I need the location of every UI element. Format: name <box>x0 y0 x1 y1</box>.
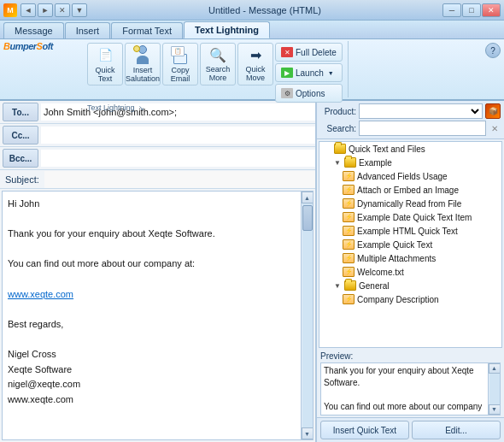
tab-message[interactable]: Message <box>3 22 64 38</box>
tree-item-0[interactable]: ⚡ Advanced Fields Usage <box>319 169 501 183</box>
preview-scroll-down[interactable]: ▼ <box>489 404 501 415</box>
item-icon-5: ⚡ <box>342 239 355 250</box>
subject-input[interactable] <box>44 171 315 188</box>
ribbon-toolbar: BumperSoft 📄 QuickText InsertSalutation … <box>0 39 504 101</box>
tab-insert[interactable]: Insert <box>65 22 111 38</box>
insert-salutation-label: InsertSalutation <box>126 66 160 83</box>
help-btn[interactable]: ? <box>485 43 501 58</box>
copy-email-label: CopyEmail <box>171 66 190 83</box>
preview-scrollbar[interactable]: ▲ ▼ <box>488 363 500 415</box>
item-icon-0: ⚡ <box>342 170 355 182</box>
tree-item-company[interactable]: ⚡ Company Description <box>319 292 501 306</box>
quick-text-btn[interactable]: 📄 QuickText <box>87 43 123 85</box>
tree-item-4[interactable]: ⚡ Example HTML Quick Text <box>319 224 501 238</box>
preview-section: Preview: Thank you for your enquiry abou… <box>317 350 504 417</box>
title-bar: M ◄ ► ✕ ▼ Untitled - Message (HTML) ─ □ … <box>0 0 504 21</box>
bcc-field-row: Bcc... <box>0 147 315 170</box>
example-expand[interactable]: ▼ <box>331 159 343 167</box>
quick-move-btn[interactable]: ➡ QuickMove <box>237 43 273 85</box>
tab-format-text[interactable]: Format Text <box>111 22 183 38</box>
ribbon-tabs: Message Insert Format Text Text Lightnin… <box>0 21 504 39</box>
copy-email-btn[interactable]: 📋 CopyEmail <box>162 43 198 85</box>
quick-text-label: QuickText <box>95 66 114 83</box>
tree-example-folder[interactable]: ▼ Example <box>319 156 501 169</box>
root-folder-icon <box>333 143 347 155</box>
nav-dropdown-btn[interactable]: ▼ <box>72 3 87 17</box>
item-icon-3: ⚡ <box>342 211 355 223</box>
bcc-input[interactable] <box>41 150 315 167</box>
full-delete-btn[interactable]: ✕ Full Delete <box>275 43 343 62</box>
maximize-btn[interactable]: □ <box>462 3 481 17</box>
email-area: To... Cc... Bcc... Subject: Hi John Than… <box>0 101 504 442</box>
message-scrollbar[interactable]: ▲ ▼ <box>301 192 313 439</box>
company-link[interactable]: www.xeqte.com <box>8 289 73 299</box>
scroll-down-btn[interactable]: ▼ <box>302 427 314 439</box>
general-folder-icon <box>343 280 357 292</box>
tree-item-5[interactable]: ⚡ Example Quick Text <box>319 238 501 251</box>
title-bar-left: M ◄ ► ✕ ▼ <box>3 3 87 17</box>
general-folder-label: General <box>359 281 390 291</box>
search-field-row: Search: ✕ <box>320 121 501 136</box>
item-label-1: Attach or Embed an Image <box>357 186 459 195</box>
item-label-4: Example HTML Quick Text <box>357 227 458 236</box>
subject-field-row: Subject: <box>0 170 315 189</box>
ribbon-expand-btn[interactable]: ↘ <box>137 103 147 113</box>
close-btn[interactable]: ✕ <box>482 3 501 17</box>
tree-general-folder[interactable]: ▼ General <box>319 279 501 292</box>
scroll-thumb[interactable] <box>302 205 313 231</box>
nav-close-btn[interactable]: ✕ <box>55 3 70 17</box>
salutation-icon <box>133 45 152 64</box>
example-folder-icon <box>343 156 357 168</box>
preview-label: Preview: <box>320 351 501 361</box>
search-clear-btn[interactable]: ✕ <box>489 122 501 134</box>
tree-item-3[interactable]: ⚡ Example Date Quick Text Item <box>319 210 501 224</box>
window-title: Untitled - Message (HTML) <box>208 5 321 15</box>
tl-buttons-row: 📄 QuickText InsertSalutation 📋 CopyEmail <box>87 43 343 103</box>
product-field-row: Product: 📦 <box>320 103 501 119</box>
window-controls: ─ □ ✕ <box>442 3 501 17</box>
nav-forward-btn[interactable]: ► <box>38 3 53 17</box>
message-body: Hi John Thank you for your enquiry about… <box>2 191 314 440</box>
search-more-label: SearchMore <box>206 65 231 82</box>
search-more-btn[interactable]: 🔍 SearchMore <box>200 43 236 85</box>
item-label-2: Dynamically Read from File <box>357 199 461 209</box>
tree-item-7[interactable]: ⚡ Welcome.txt <box>319 265 501 279</box>
cc-input[interactable] <box>41 127 315 144</box>
bumpersoft-logo: BumperSoft <box>3 41 53 51</box>
tree-item-6[interactable]: ⚡ Multiple Attachments <box>319 251 501 265</box>
item-label-3: Example Date Quick Text Item <box>357 213 472 222</box>
example-folder-label: Example <box>359 158 392 168</box>
product-select[interactable] <box>359 103 483 119</box>
preview-box: Thank you for your enquiry about Xeqte S… <box>320 362 501 415</box>
tree-root-label: Quick Text and Files <box>349 144 425 154</box>
right-panel: Product: 📦 Search: ✕ Quick Text and File… <box>316 101 504 442</box>
item-label-7: Welcome.txt <box>357 268 404 277</box>
quick-move-icon: ➡ <box>250 47 261 63</box>
insert-quick-text-btn[interactable]: Insert Quick Text <box>320 421 409 439</box>
product-icon: 📦 <box>485 103 501 119</box>
preview-text: Thank you for your enquiry about Xeqte S… <box>324 366 482 411</box>
edit-btn[interactable]: Edit... <box>412 421 501 439</box>
search-input[interactable] <box>359 121 486 136</box>
options-btn[interactable]: ⚙ Options <box>275 84 343 103</box>
launch-btn[interactable]: ▶ Launch ▼ <box>275 63 343 82</box>
item-label-company: Company Description <box>357 295 439 304</box>
minimize-btn[interactable]: ─ <box>442 3 461 17</box>
launch-label: Launch <box>296 68 324 78</box>
preview-scroll-up[interactable]: ▲ <box>489 363 501 374</box>
message-content[interactable]: Hi John Thank you for your enquiry about… <box>3 192 313 412</box>
tab-text-lightning[interactable]: Text Lightning <box>184 21 270 38</box>
nav-back-btn[interactable]: ◄ <box>21 3 36 17</box>
scroll-up-btn[interactable]: ▲ <box>302 192 314 203</box>
ribbon-group-text-lightning: 📄 QuickText InsertSalutation 📋 CopyEmail <box>82 41 349 97</box>
launch-icon: ▶ <box>281 68 293 78</box>
cc-btn[interactable]: Cc... <box>3 126 38 144</box>
preview-scroll-track <box>489 374 500 404</box>
bcc-btn[interactable]: Bcc... <box>3 149 38 168</box>
insert-salutation-btn[interactable]: InsertSalutation <box>125 43 161 85</box>
tree-item-1[interactable]: ⚡ Attach or Embed an Image <box>319 183 501 197</box>
to-btn[interactable]: To... <box>3 103 38 121</box>
quick-text-tree: Quick Text and Files ▼ Example ⚡ Advance… <box>319 141 502 348</box>
tree-item-2[interactable]: ⚡ Dynamically Read from File <box>319 197 501 210</box>
general-expand[interactable]: ▼ <box>331 282 343 290</box>
